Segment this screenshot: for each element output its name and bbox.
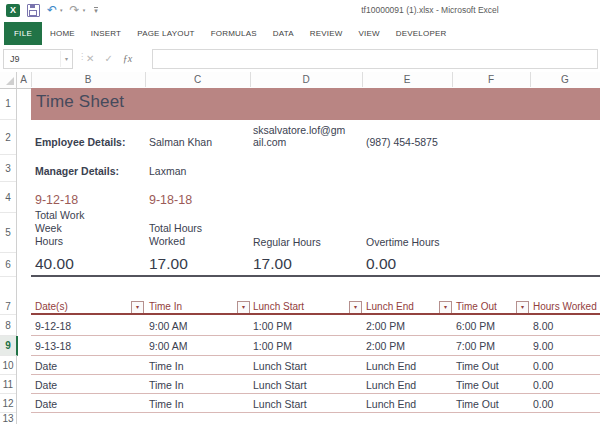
tab-file[interactable]: FILE <box>4 22 42 45</box>
tab-review[interactable]: REVIEW <box>302 22 351 45</box>
column-header-f[interactable]: F <box>452 72 531 87</box>
cell-hours-worked[interactable]: 9.00 <box>533 340 553 352</box>
row-header-3[interactable]: 3 <box>0 155 16 182</box>
regular-hours-value[interactable]: 17.00 <box>253 255 292 273</box>
regular-hours-label[interactable]: Regular Hours <box>253 236 321 248</box>
cell-lunch-end[interactable]: Lunch End <box>366 379 416 391</box>
cancel-icon[interactable]: ✕ <box>86 53 94 64</box>
row-header-11[interactable]: 11 <box>0 375 16 394</box>
tab-developer[interactable]: DEVELOPER <box>388 22 455 45</box>
row-header-13[interactable]: 13 <box>0 413 16 424</box>
total-work-week-hours-value[interactable]: 40.00 <box>35 255 74 273</box>
cell-time-out[interactable]: 7:00 PM <box>456 340 495 352</box>
column-header-g[interactable]: G <box>530 72 600 87</box>
cell-time-out[interactable]: Time Out <box>456 379 499 391</box>
week-start-cell[interactable]: 9-12-18 <box>35 193 78 207</box>
customize-quick-access-icon[interactable]: ▾ <box>94 7 98 14</box>
cell-lunch-end[interactable]: 2:00 PM <box>366 340 405 352</box>
cell-time-in[interactable]: Time In <box>149 360 184 372</box>
employee-email-cell[interactable]: sksalvatore.lof@gmail.com <box>253 124 351 148</box>
total-hours-worked-label[interactable]: Total Hours Worked <box>149 222 207 248</box>
row-header-9-selected[interactable]: 9 <box>0 336 18 356</box>
header-lunch-end[interactable]: Lunch End <box>366 301 414 312</box>
name-box-dropdown-icon[interactable]: ▾ <box>60 51 72 67</box>
select-all-corner[interactable] <box>0 72 17 87</box>
row-header-10[interactable]: 10 <box>0 356 16 375</box>
enter-icon[interactable]: ✓ <box>104 53 112 64</box>
cell-lunch-end[interactable]: 2:00 PM <box>366 320 405 332</box>
cell-lunch-start[interactable]: Lunch Start <box>253 398 307 410</box>
formula-bar: J9 ▾ ⋮ ✕ ✓ ƒx <box>0 45 600 72</box>
employee-name-cell[interactable]: Salman Khan <box>149 136 212 148</box>
cell-date[interactable]: 9-13-18 <box>35 340 71 352</box>
column-header-b[interactable]: B <box>31 72 146 87</box>
header-time-out[interactable]: Time Out <box>456 301 497 312</box>
undo-dropdown-icon[interactable]: ▾ <box>60 7 63 13</box>
cell-lunch-start[interactable]: 1:00 PM <box>253 340 292 352</box>
cell-lunch-start[interactable]: Lunch Start <box>253 379 307 391</box>
formula-buttons: ✕ ✓ ƒx <box>86 49 132 67</box>
cell-time-in[interactable]: 9:00 AM <box>149 340 188 352</box>
manager-name-cell[interactable]: Laxman <box>149 165 186 177</box>
undo-icon[interactable]: ↶ <box>47 3 57 17</box>
table-row: 8 9-12-18 9:00 AM 1:00 PM 2:00 PM 6:00 P… <box>0 315 600 336</box>
save-icon[interactable] <box>27 4 40 17</box>
row-header-5[interactable]: 5 <box>0 213 16 253</box>
cell-time-out[interactable]: Time Out <box>456 360 499 372</box>
employee-phone-cell[interactable]: (987) 454-5875 <box>366 136 438 148</box>
employee-details-label[interactable]: Employee Details: <box>35 136 125 148</box>
redo-icon[interactable]: ↷ <box>70 3 80 17</box>
insert-function-icon[interactable]: ƒx <box>123 53 132 64</box>
row-header-6[interactable]: 6 <box>0 253 16 277</box>
name-box[interactable]: J9 ▾ <box>3 49 73 69</box>
cell-hours-worked[interactable]: 0.00 <box>533 360 553 372</box>
row-header-12[interactable]: 12 <box>0 394 16 413</box>
cell-time-out[interactable]: 6:00 PM <box>456 320 495 332</box>
row-header-7[interactable]: 7 <box>0 299 16 315</box>
table-row: 10 Date Time In Lunch Start Lunch End Ti… <box>0 356 600 375</box>
cell-hours-worked[interactable]: 0.00 <box>533 379 553 391</box>
column-header-d[interactable]: D <box>250 72 363 87</box>
formula-input[interactable] <box>152 49 598 69</box>
header-hours-worked[interactable]: Hours Worked <box>533 301 597 312</box>
column-header-e[interactable]: E <box>362 72 453 87</box>
tab-insert[interactable]: INSERT <box>83 22 129 45</box>
header-lunch-start[interactable]: Lunch Start <box>253 301 304 312</box>
row-header-1[interactable]: 1 <box>0 88 16 120</box>
tab-data[interactable]: DATA <box>265 22 302 45</box>
overtime-hours-value[interactable]: 0.00 <box>366 255 396 273</box>
cell-date[interactable]: Date <box>35 379 57 391</box>
tab-home[interactable]: HOME <box>42 22 83 45</box>
cell-time-in[interactable]: Time In <box>149 398 184 410</box>
cell-hours-worked[interactable]: 0.00 <box>533 398 553 410</box>
cell-hours-worked[interactable]: 8.00 <box>533 320 553 332</box>
header-dates[interactable]: Date(s) <box>35 301 68 312</box>
column-header-c[interactable]: C <box>145 72 251 87</box>
row-header-4[interactable]: 4 <box>0 182 16 213</box>
cell-time-in[interactable]: Time In <box>149 379 184 391</box>
cell-date[interactable]: 9-12-18 <box>35 320 71 332</box>
cell-lunch-end[interactable]: Lunch End <box>366 398 416 410</box>
row-header-8[interactable]: 8 <box>0 315 16 336</box>
week-end-cell[interactable]: 9-18-18 <box>149 193 192 207</box>
tab-page-layout[interactable]: PAGE LAYOUT <box>129 22 202 45</box>
overtime-hours-label[interactable]: Overtime Hours <box>366 236 440 248</box>
header-time-in[interactable]: Time In <box>149 301 182 312</box>
cell-lunch-start[interactable]: 1:00 PM <box>253 320 292 332</box>
total-hours-worked-value[interactable]: 17.00 <box>149 255 188 273</box>
cell-time-out[interactable]: Time Out <box>456 398 499 410</box>
tab-formulas[interactable]: FORMULAS <box>203 22 265 45</box>
total-work-week-hours-label[interactable]: Total Work Week Hours <box>35 209 91 248</box>
excel-window: X ↶ ▾ ↷ ▾ ▾ tf10000091 (1).xlsx - Micros… <box>0 0 600 424</box>
manager-details-label[interactable]: Manager Details: <box>35 165 119 177</box>
cell-lunch-start[interactable]: Lunch Start <box>253 360 307 372</box>
cell-date[interactable]: Date <box>35 398 57 410</box>
cell-time-in[interactable]: 9:00 AM <box>149 320 188 332</box>
tab-view[interactable]: VIEW <box>350 22 387 45</box>
cell-lunch-end[interactable]: Lunch End <box>366 360 416 372</box>
column-header-a[interactable]: A <box>16 72 32 87</box>
sheet-title[interactable]: Time Sheet <box>36 92 124 112</box>
redo-dropdown-icon[interactable]: ▾ <box>83 7 86 13</box>
cell-date[interactable]: Date <box>35 360 57 372</box>
row-header-2[interactable]: 2 <box>0 120 16 155</box>
